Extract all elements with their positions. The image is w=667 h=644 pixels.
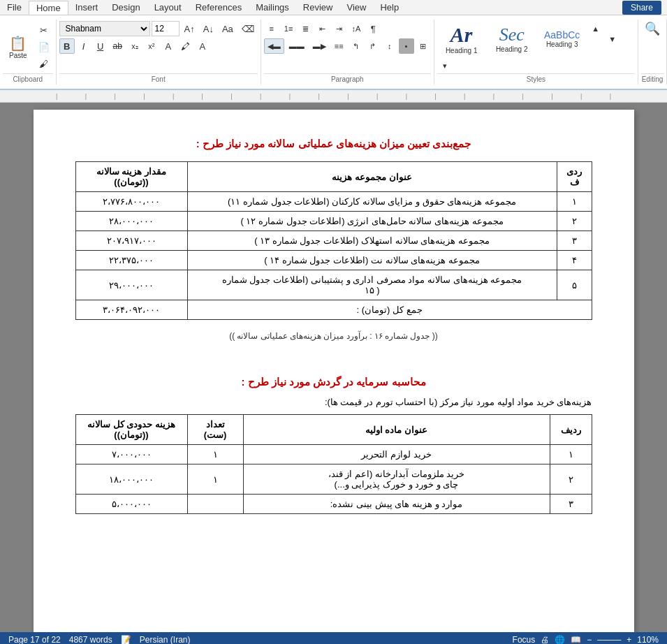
table2-cell-desc-2: خرید ملزومات آبدارخانه (اعم از قند،چای و…	[243, 464, 550, 495]
bullets-button[interactable]: ≡	[264, 21, 279, 36]
numbering-button[interactable]: 1≡	[281, 21, 297, 36]
menu-review[interactable]: Review	[296, 1, 340, 14]
paste-button[interactable]: 📋 Paste	[3, 27, 34, 68]
table2-cell-count-3	[187, 495, 243, 514]
zoom-slider[interactable]: ────	[597, 635, 621, 644]
font-color-button[interactable]: A	[161, 38, 176, 54]
cut-button[interactable]: ✂	[35, 23, 53, 38]
zoom-level[interactable]: 110%	[637, 635, 659, 644]
menu-help[interactable]: Help	[373, 1, 406, 14]
decrease-indent-button[interactable]: ⇤	[314, 21, 330, 36]
font-size-input[interactable]	[152, 21, 179, 36]
table1-row-total: جمع کل (تومان) : ۳،۰۶۴،۰۹۲،۰۰۰	[75, 300, 592, 320]
table1: ردیف عنوان مجموعه هزینه مقدار هزینه سالا…	[75, 161, 592, 320]
clipboard-label: Clipboard	[3, 73, 53, 83]
menu-file[interactable]: File	[0, 1, 29, 14]
show-hide-button[interactable]: ¶	[365, 21, 381, 36]
font-grow-button[interactable]: A↑	[181, 21, 198, 36]
strikethrough-button[interactable]: ab	[110, 38, 126, 54]
sort-button[interactable]: ↕A	[348, 21, 364, 36]
multilevel-button[interactable]: ≣	[298, 21, 313, 36]
status-right: Focus 🖨 🌐 📖 − ──── + 110%	[513, 635, 659, 644]
rtl-button[interactable]: ↰	[349, 38, 364, 54]
table1-cell-total-label: جمع کل (تومان) :	[187, 300, 592, 320]
heading2-style[interactable]: Sec Heading 2	[488, 22, 536, 55]
table2-cell-desc-3: موارد و هزینه های پیش بینی نشده:	[243, 495, 550, 514]
styles-group: Ar Heading 1 Sec Heading 2 AaBbCc Headin…	[434, 20, 638, 85]
change-case-button[interactable]: Aa	[219, 21, 237, 36]
table2-header-id: ردیف	[550, 415, 592, 445]
styles-scroll-up[interactable]: ▲	[588, 21, 603, 36]
table1-cell-id-3: ۳	[557, 231, 592, 251]
menu-bar: File Home Insert Design Layout Reference…	[0, 0, 667, 15]
share-button[interactable]: Share	[622, 1, 661, 15]
focus-button[interactable]: Focus	[513, 635, 536, 644]
table1-header-id: ردیف	[557, 162, 592, 192]
ruler: ||||||||||||||||||||	[0, 90, 667, 103]
subscript-button[interactable]: x₂	[127, 38, 142, 54]
superscript-button[interactable]: x²	[144, 38, 159, 54]
table1-cell-desc-3: مجموعه هزینه‌های سالانه استهلاک (اطلاعات…	[187, 231, 557, 251]
table1-cell-id-5: ۵	[557, 270, 592, 300]
zoom-in-button[interactable]: +	[626, 635, 631, 644]
align-left-button[interactable]: ◀▬	[264, 38, 284, 54]
heading1-style[interactable]: Ar Heading 1	[437, 21, 486, 57]
search-button[interactable]: 🔍	[641, 21, 664, 36]
ribbon: 📋 Paste ✂ 📄 🖌 Clipboard Shabnam	[0, 15, 667, 90]
table2-header-desc: عنوان ماده اولیه	[243, 415, 550, 445]
menu-layout[interactable]: Layout	[147, 1, 189, 14]
table1-cell-amount-3: ۲۰۷،۹۱۷،۰۰۰	[75, 231, 187, 251]
bold-button[interactable]: B	[59, 38, 75, 54]
format-painter-button[interactable]: 🖌	[35, 57, 53, 72]
table2-cell-amount-1: ۷،۰۰۰،۰۰۰	[75, 445, 187, 464]
table2: ردیف عنوان ماده اولیه تعداد(ست) هزینه حد…	[75, 414, 592, 514]
table2-row-2: ۲ خرید ملزومات آبدارخانه (اعم از قند،چای…	[75, 464, 592, 495]
align-center-button[interactable]: ▬▬	[286, 38, 308, 54]
page-info: Page 17 of 22	[8, 635, 61, 644]
menu-view[interactable]: View	[339, 1, 373, 14]
table2-cell-count-2: ۱	[187, 464, 243, 495]
shading-button[interactable]: ▪	[399, 38, 414, 54]
table1-cell-amount-4: ۲۲،۳۷۵،۰۰۰	[75, 251, 187, 270]
table1-header-amount: مقدار هزینه سالانه((تومان))	[75, 162, 187, 192]
ruler-marks: ||||||||||||||||||||	[56, 93, 611, 100]
italic-button[interactable]: I	[76, 38, 91, 54]
line-spacing-button[interactable]: ↕	[382, 38, 397, 54]
heading3-style[interactable]: AaBbCc Heading 3	[538, 27, 587, 50]
underline-button[interactable]: U	[93, 38, 108, 54]
view-read-icon[interactable]: 📖	[571, 635, 581, 644]
font-name-selector[interactable]: Shabnam	[59, 21, 150, 36]
table1-row-1: ۱ مجموعه هزینه‌های حقوق و مزایای سالانه …	[75, 192, 592, 212]
table2-cell-id-3: ۳	[550, 495, 592, 514]
table2-cell-id-2: ۲	[550, 464, 592, 495]
borders-button[interactable]: ⊞	[416, 38, 431, 54]
menu-insert[interactable]: Insert	[68, 1, 105, 14]
table1-cell-amount-2: ۲۸،۰۰۰،۰۰۰	[75, 212, 187, 231]
table1-row-5: ۵ مجموعه هزینه‌های سالانه مواد مصرفی ادا…	[75, 270, 592, 300]
menu-home[interactable]: Home	[29, 1, 68, 15]
status-bar: Page 17 of 22 4867 words 📝 Persian (Iran…	[0, 632, 667, 644]
copy-button[interactable]: 📄	[35, 40, 53, 55]
table1-cell-id-2: ۲	[557, 212, 592, 231]
language: Persian (Iran)	[140, 635, 191, 644]
menu-references[interactable]: References	[189, 1, 249, 14]
clear-format-button[interactable]: ⌫	[238, 21, 258, 36]
styles-more[interactable]: ▾	[437, 58, 453, 73]
paragraph-group: ≡ 1≡ ≣ ⇤ ⇥ ↕A ¶ ◀▬ ▬▬ ▬▶ ≡≡ ↰ ↱ ↕ ▪	[261, 20, 434, 85]
ltr-button[interactable]: ↱	[365, 38, 381, 54]
zoom-out-button[interactable]: −	[587, 635, 592, 644]
highlight-button[interactable]: 🖍	[177, 38, 193, 54]
styles-scroll-down[interactable]: ▼	[605, 31, 620, 47]
font-shrink-button[interactable]: A↓	[200, 21, 217, 36]
view-print-icon[interactable]: 🖨	[541, 635, 549, 644]
view-web-icon[interactable]: 🌐	[555, 635, 565, 644]
text-color-button[interactable]: A	[195, 38, 210, 54]
justify-button[interactable]: ≡≡	[331, 38, 347, 54]
table2-header-count: تعداد(ست)	[187, 415, 243, 445]
menu-design[interactable]: Design	[105, 1, 147, 14]
align-right-button[interactable]: ▬▶	[309, 38, 330, 54]
increase-indent-button[interactable]: ⇥	[331, 21, 346, 36]
heading3-sample: AaBbCc	[544, 29, 580, 41]
menu-mailings[interactable]: Mailings	[249, 1, 296, 14]
table2-header-amount: هزینه حدودی کل سالانه((تومان))	[75, 415, 187, 445]
